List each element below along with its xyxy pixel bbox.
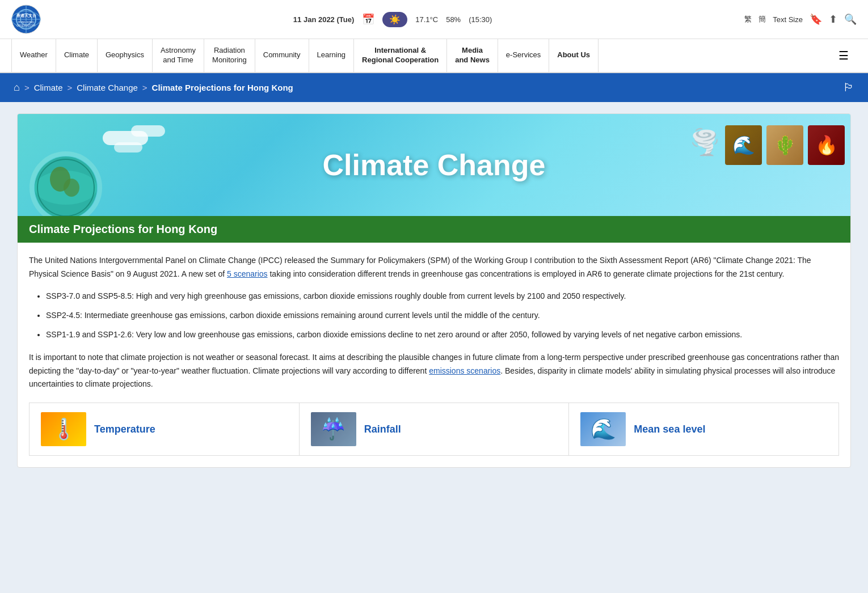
day-night-toggle[interactable]: ☀️ <box>382 12 407 27</box>
breadcrumb-sep-1: > <box>24 83 30 92</box>
nav-weather[interactable]: Weather <box>11 39 56 72</box>
breadcrumb-bar: ⌂ > Climate > Climate Change > Climate P… <box>0 73 868 102</box>
nav-community[interactable]: Community <box>255 39 309 72</box>
tornado-icon: 🌪️ <box>689 120 720 165</box>
nav-geophysics[interactable]: Geophysics <box>98 39 153 72</box>
header: 香港天文台 HONG KONG OBSERVATORY 11 Jan 2022 … <box>0 0 868 39</box>
breadcrumb-sep-2: > <box>68 83 73 92</box>
paragraph1-cont: taking into consideration different tren… <box>268 269 785 278</box>
breadcrumb-sep-3: > <box>142 83 148 92</box>
share-icon[interactable]: ⬆ <box>829 13 837 26</box>
bullet-item-3: SSP1-1.9 and SSP1-2.6: Very low and low … <box>46 328 839 342</box>
nav-media[interactable]: Mediaand News <box>447 39 498 72</box>
earth-cube-icon: 🌊 <box>725 125 762 165</box>
banner-globe-icon <box>29 142 103 216</box>
lang-traditional[interactable]: 繁 <box>744 14 752 24</box>
search-icon[interactable]: 🔍 <box>844 13 857 26</box>
temperature-thumbnail: 🌡️ <box>41 412 86 446</box>
bookmark-header-icon[interactable]: 🔖 <box>810 13 822 26</box>
sun-icon: ☀️ <box>389 14 401 25</box>
page-subtitle-bar: Climate Projections for Hong Kong <box>18 216 850 243</box>
sea-level-thumbnail: 🌊 <box>580 412 626 446</box>
emissions-link[interactable]: emissions scenarios <box>429 366 500 375</box>
humidity-display: 58% <box>446 15 461 24</box>
temperature-label: Temperature <box>94 423 155 435</box>
temperature-card[interactable]: 🌡️ Temperature <box>30 403 300 455</box>
page-subtitle: Climate Projections for Hong Kong <box>29 223 217 235</box>
nav-eservices[interactable]: e-Services <box>498 39 549 72</box>
header-right-controls: 繁 簡 Text Size 🔖 ⬆ 🔍 <box>744 13 857 26</box>
temperature-display: 17.1°C <box>415 15 438 24</box>
sea-level-card[interactable]: 🌊 Mean sea level <box>569 403 838 455</box>
drought-icon: 🌵 <box>766 125 803 165</box>
breadcrumb-climate[interactable]: Climate <box>34 83 63 92</box>
nav-climate[interactable]: Climate <box>56 39 98 72</box>
breadcrumb-current: Climate Projections for Hong Kong <box>152 83 293 92</box>
svg-point-13 <box>64 179 79 197</box>
breadcrumb-climate-change[interactable]: Climate Change <box>77 83 138 92</box>
fire-icon: 🔥 <box>808 125 845 165</box>
cloud-2 <box>131 125 165 137</box>
sea-level-label: Mean sea level <box>634 423 705 435</box>
rainfall-thumbnail: ☔ <box>311 412 356 446</box>
home-icon: ⌂ <box>14 82 20 93</box>
rainfall-card[interactable]: ☔ Rainfall <box>300 403 570 455</box>
nav-about[interactable]: About Us <box>549 39 599 72</box>
article-body: The United Nations Intergovernmental Pan… <box>18 243 850 391</box>
logo[interactable]: 香港天文台 HONG KONG OBSERVATORY <box>11 5 41 34</box>
nav-learning[interactable]: Learning <box>309 39 355 72</box>
bullet-item-1: SSP3-7.0 and SSP5-8.5: High and very hig… <box>46 290 839 303</box>
bottom-cards: 🌡️ Temperature ☔ Rainfall 🌊 Mean sea lev… <box>29 403 839 456</box>
banner-disaster-icons: 🌪️ 🌊 🌵 🔥 <box>689 120 845 165</box>
main-nav: Weather Climate Geophysics Astronomyand … <box>0 39 868 73</box>
svg-text:香港天文台: 香港天文台 <box>16 13 36 18</box>
hko-logo-icon: 香港天文台 HONG KONG OBSERVATORY <box>11 5 41 34</box>
svg-text:OBSERVATORY: OBSERVATORY <box>16 24 35 27</box>
main-content: Climate Change 🌪️ 🌊 🌵 🔥 Climate Projecti… <box>0 102 868 479</box>
climate-change-banner: Climate Change 🌪️ 🌊 🌵 🔥 <box>18 114 850 216</box>
text-size-label: Text Size <box>773 15 803 24</box>
time-display: (15:30) <box>469 15 492 24</box>
breadcrumb: ⌂ > Climate > Climate Change > Climate P… <box>14 82 293 94</box>
banner-title: Climate Change <box>323 148 546 182</box>
scenarios-link[interactable]: 5 scenarios <box>227 269 268 278</box>
breadcrumb-bookmark-icon[interactable]: 🏳 <box>843 81 854 94</box>
content-card: Climate Change 🌪️ 🌊 🌵 🔥 Climate Projecti… <box>17 113 851 468</box>
note-paragraph: It is important to note that climate pro… <box>29 351 839 391</box>
bullet-list: SSP3-7.0 and SSP5-8.5: High and very hig… <box>46 290 839 341</box>
nav-radiation[interactable]: RadiationMonitoring <box>204 39 255 72</box>
hamburger-menu[interactable]: ☰ <box>831 39 857 72</box>
date-display: 11 Jan 2022 (Tue) <box>293 15 354 24</box>
calendar-icon[interactable]: 📅 <box>362 13 374 26</box>
rainfall-label: Rainfall <box>364 423 401 435</box>
nav-astronomy[interactable]: Astronomyand Time <box>153 39 204 72</box>
lang-simplified[interactable]: 簡 <box>759 14 766 24</box>
header-info: 11 Jan 2022 (Tue) 📅 ☀️ 17.1°C 58% (15:30… <box>293 12 492 27</box>
bullet-item-2: SSP2-4.5: Intermediate greenhouse gas em… <box>46 309 839 323</box>
intro-paragraph: The United Nations Intergovernmental Pan… <box>29 254 839 281</box>
breadcrumb-home[interactable]: ⌂ <box>14 82 20 94</box>
svg-text:HONG KONG: HONG KONG <box>18 21 35 24</box>
nav-international[interactable]: International &Regional Cooperation <box>354 39 447 72</box>
cloud-3 <box>114 142 142 153</box>
